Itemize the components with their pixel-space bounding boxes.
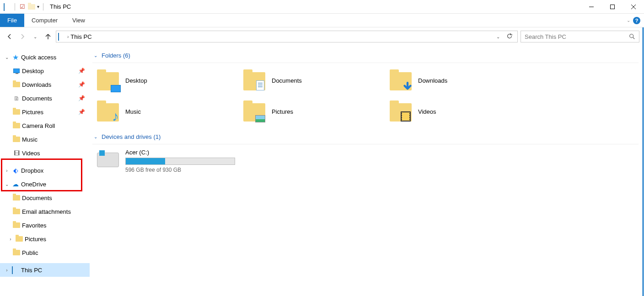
folder-label: Videos	[418, 108, 436, 115]
tree-item-od-favorites[interactable]: Favorites	[0, 218, 90, 232]
tree-item-od-documents[interactable]: Documents	[0, 191, 90, 205]
address-bar[interactable]: › This PC ⌄	[56, 31, 518, 42]
folder-icon	[13, 208, 20, 215]
folder-downloads[interactable]: Downloads	[390, 68, 536, 93]
tree-onedrive[interactable]: ⌄ ☁ OneDrive	[0, 177, 90, 191]
breadcrumb-location[interactable]: This PC	[70, 33, 91, 40]
tree-item-documents[interactable]: 🗎 Documents 📌	[0, 91, 90, 105]
folder-icon	[13, 222, 20, 229]
folder-icon	[13, 194, 20, 201]
search-icon	[629, 33, 635, 40]
ribbon-collapse-icon[interactable]: ⌄	[627, 18, 630, 23]
section-folders-header[interactable]: ⌄ Folders (6)	[92, 50, 639, 63]
folder-label: Desktop	[125, 77, 147, 84]
tree-item-music[interactable]: Music	[0, 132, 90, 146]
folder-large-icon	[243, 69, 265, 91]
close-button[interactable]	[623, 0, 644, 14]
tree-item-downloads[interactable]: Downloads 📌	[0, 78, 90, 91]
folder-icon	[13, 108, 20, 116]
onedrive-icon: ☁	[12, 180, 19, 188]
tree-this-pc[interactable]: › This PC	[0, 263, 90, 277]
folder-label: Documents	[272, 77, 302, 84]
vertical-scrollbar[interactable]	[642, 27, 644, 296]
folder-desktop[interactable]: Desktop	[97, 68, 243, 93]
folder-music[interactable]: ♪ Music	[97, 99, 243, 124]
section-title: Devices and drives (1)	[102, 133, 161, 140]
tree-label: Pictures	[25, 236, 46, 243]
folder-pictures[interactable]: Pictures	[243, 99, 390, 124]
content-pane: ⌄ Folders (6) Desktop Documents Download…	[90, 46, 644, 296]
svg-point-4	[630, 34, 633, 38]
ribbon-tabs: File Computer View ⌄ ?	[0, 14, 644, 27]
expand-icon[interactable]: ›	[4, 268, 10, 273]
search-box[interactable]	[521, 31, 639, 42]
search-input[interactable]	[525, 33, 629, 40]
app-icon	[4, 3, 11, 11]
tree-label: Public	[22, 249, 38, 256]
collapse-icon[interactable]: ⌄	[92, 53, 99, 58]
forward-button[interactable]	[17, 32, 27, 42]
tree-label: Desktop	[22, 68, 44, 74]
folder-large-icon	[390, 100, 412, 122]
drive-usage-bar	[125, 158, 235, 165]
qat-properties-icon[interactable]: ☑	[19, 3, 26, 11]
tree-label: Quick access	[21, 54, 56, 61]
tree-item-pictures[interactable]: Pictures 📌	[0, 105, 90, 119]
title-bar: ☑ ▾ This PC	[0, 0, 644, 14]
maximize-button[interactable]	[602, 0, 623, 14]
pin-icon: 📌	[78, 95, 85, 101]
folder-icon	[13, 122, 20, 129]
folder-large-icon	[390, 69, 412, 91]
folder-documents[interactable]: Documents	[243, 68, 390, 93]
videos-icon: 🎞	[13, 149, 20, 157]
tree-label: Camera Roll	[22, 122, 55, 129]
ribbon-tab-computer[interactable]: Computer	[24, 14, 65, 27]
tree-item-desktop[interactable]: Desktop 📌	[0, 64, 90, 78]
tree-label: OneDrive	[21, 181, 46, 188]
refresh-button[interactable]	[504, 33, 515, 41]
folder-icon	[13, 136, 20, 143]
folder-large-icon	[243, 100, 265, 122]
navigation-pane: ⌄ ★ Quick access Desktop 📌 Downloads 📌 🗎…	[0, 46, 90, 296]
section-drives-header[interactable]: ⌄ Devices and drives (1)	[92, 132, 639, 144]
recent-locations-button[interactable]: ⌄	[30, 32, 40, 42]
minimize-button[interactable]	[581, 0, 602, 14]
qat-customize-icon[interactable]: ▾	[37, 4, 39, 9]
navigation-row: ⌄ › This PC ⌄	[0, 27, 644, 46]
qat-newfolder-icon[interactable]	[28, 3, 35, 11]
expand-icon[interactable]: ›	[7, 237, 14, 242]
breadcrumb-chevron-icon[interactable]: ›	[67, 34, 69, 39]
up-button[interactable]	[43, 32, 53, 42]
collapse-icon[interactable]: ⌄	[92, 134, 99, 139]
drive-label: Acer (C:)	[125, 149, 235, 156]
ribbon-tab-file[interactable]: File	[0, 14, 24, 27]
tree-label: Email attachments	[22, 208, 71, 215]
tree-item-videos[interactable]: 🎞 Videos	[0, 146, 90, 160]
tree-item-od-email[interactable]: Email attachments	[0, 205, 90, 218]
folder-videos[interactable]: Videos	[390, 99, 536, 124]
expand-icon[interactable]: ⌄	[4, 55, 10, 60]
tree-item-od-public[interactable]: Public	[0, 246, 90, 259]
tree-label: Dropbox	[21, 167, 43, 174]
address-history-button[interactable]: ⌄	[494, 34, 502, 39]
tree-label: Music	[22, 136, 38, 143]
back-button[interactable]	[5, 32, 15, 42]
help-icon[interactable]: ?	[633, 17, 640, 24]
pin-icon: 📌	[78, 68, 85, 74]
pin-icon: 📌	[78, 109, 85, 115]
ribbon-tab-view[interactable]: View	[65, 14, 92, 27]
pin-icon: 📌	[78, 81, 85, 88]
tree-label: Documents	[22, 95, 52, 102]
tree-quick-access[interactable]: ⌄ ★ Quick access	[0, 50, 90, 64]
tree-item-camera-roll[interactable]: Camera Roll	[0, 119, 90, 132]
window-title: This PC	[47, 3, 71, 10]
drive-icon	[97, 153, 119, 167]
documents-icon: 🗎	[13, 95, 20, 102]
tree-dropbox[interactable]: › ⬖ Dropbox	[0, 164, 90, 177]
expand-icon[interactable]: ⌄	[4, 182, 10, 187]
folder-label: Downloads	[418, 77, 447, 84]
drive-c[interactable]: Acer (C:) 596 GB free of 930 GB	[92, 144, 644, 173]
tree-item-od-pictures[interactable]: › Pictures	[0, 232, 90, 246]
expand-icon[interactable]: ›	[4, 168, 10, 173]
desktop-icon	[13, 67, 20, 74]
